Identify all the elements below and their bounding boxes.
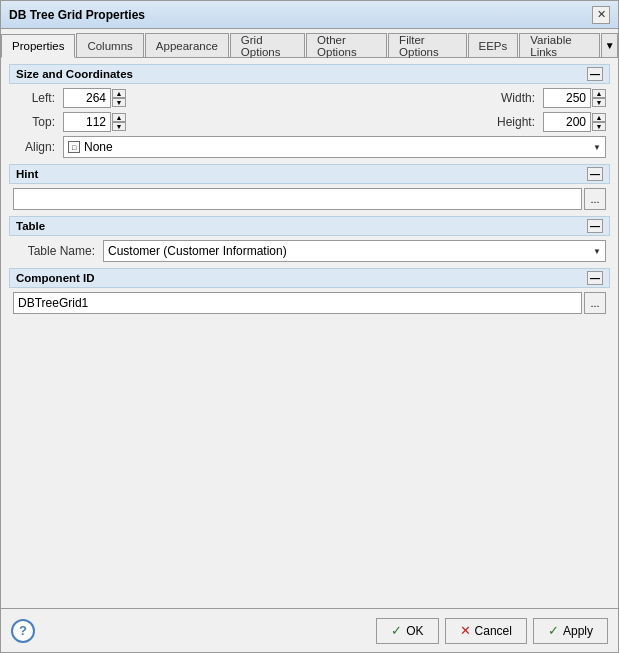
table-header: Table — [9,216,610,236]
hint-ellipsis-button[interactable]: ... [584,188,606,210]
tab-grid-options[interactable]: Grid Options [230,33,305,57]
left-spinner: ▲ ▼ [112,89,126,107]
left-input[interactable] [63,88,111,108]
component-id-input[interactable] [13,292,582,314]
table-collapse-button[interactable]: — [587,219,603,233]
top-spinner-up[interactable]: ▲ [112,113,126,122]
ok-button[interactable]: ✓ OK [376,618,438,644]
tab-columns[interactable]: Columns [76,33,143,57]
table-name-dropdown[interactable]: Customer (Customer Information) ▼ [103,240,606,262]
align-row: Align: □ None ▼ [9,136,610,158]
height-spinner: ▲ ▼ [592,113,606,131]
dialog-title: DB Tree Grid Properties [9,8,145,22]
component-id-ellipsis-button[interactable]: ... [584,292,606,314]
help-button[interactable]: ? [11,619,35,643]
collapse-icon: — [590,169,600,180]
apply-button[interactable]: ✓ Apply [533,618,608,644]
top-label: Top: [13,115,63,129]
size-coordinates-label: Size and Coordinates [16,68,133,80]
hint-collapse-button[interactable]: — [587,167,603,181]
top-field: ▲ ▼ [63,112,126,132]
tab-eeps[interactable]: EEPs [468,33,519,57]
help-icon: ? [19,623,27,638]
left-label: Left: [13,91,63,105]
width-spinner-down[interactable]: ▼ [592,98,606,107]
collapse-icon: — [590,273,600,284]
width-input[interactable] [543,88,591,108]
ok-label: OK [406,624,423,638]
table-name-row: Table Name: Customer (Customer Informati… [9,240,610,262]
hint-section: Hint — ... [9,164,610,210]
collapse-icon: — [590,221,600,232]
component-id-row: ... [9,292,610,314]
align-label: Align: [13,140,63,154]
size-coordinates-section: Size and Coordinates — Left: ▲ ▼ Width: [9,64,610,158]
align-dropdown-arrow: ▼ [593,143,601,152]
hint-label: Hint [16,168,38,180]
apply-check-icon: ✓ [548,623,559,638]
align-none-icon: □ [68,141,80,153]
tab-bar: Properties Columns Appearance Grid Optio… [1,29,618,58]
table-section: Table — Table Name: Customer (Customer I… [9,216,610,262]
table-dropdown-arrow: ▼ [593,247,601,256]
component-id-label: Component ID [16,272,95,284]
left-width-row: Left: ▲ ▼ Width: ▲ ▼ [9,88,610,108]
top-input[interactable] [63,112,111,132]
left-field: ▲ ▼ [63,88,126,108]
component-id-header: Component ID — [9,268,610,288]
table-name-value: Customer (Customer Information) [108,244,287,258]
width-spinner-up[interactable]: ▲ [592,89,606,98]
tab-appearance[interactable]: Appearance [145,33,229,57]
height-input[interactable] [543,112,591,132]
cancel-x-icon: ✕ [460,623,471,638]
width-spinner: ▲ ▼ [592,89,606,107]
align-value: None [84,140,113,154]
align-dropdown[interactable]: □ None ▼ [63,136,606,158]
size-coordinates-collapse-button[interactable]: — [587,67,603,81]
align-select-inner: □ None [68,140,113,154]
height-spinner-down[interactable]: ▼ [592,122,606,131]
top-spinner: ▲ ▼ [112,113,126,131]
footer-buttons: ✓ OK ✕ Cancel ✓ Apply [376,618,608,644]
hint-row: ... [13,188,606,210]
top-height-row: Top: ▲ ▼ Height: ▲ ▼ [9,112,610,132]
cancel-label: Cancel [475,624,512,638]
ellipsis-icon: ... [590,297,599,309]
properties-content: Size and Coordinates — Left: ▲ ▼ Width: [1,58,618,608]
left-spinner-down[interactable]: ▼ [112,98,126,107]
ok-check-icon: ✓ [391,623,402,638]
tab-filter-options[interactable]: Filter Options [388,33,466,57]
ellipsis-icon: ... [590,193,599,205]
hint-input[interactable] [13,188,582,210]
left-spinner-up[interactable]: ▲ [112,89,126,98]
top-spinner-down[interactable]: ▼ [112,122,126,131]
table-name-label: Table Name: [13,244,103,258]
tab-overflow-button[interactable]: ▼ [601,33,618,57]
tab-variable-links[interactable]: Variable Links [519,33,600,57]
close-button[interactable]: ✕ [592,6,610,24]
chevron-down-icon: ▼ [605,40,615,51]
apply-label: Apply [563,624,593,638]
component-id-section: Component ID — ... [9,268,610,314]
close-icon: ✕ [597,8,606,21]
footer: ? ✓ OK ✕ Cancel ✓ Apply [1,608,618,652]
hint-header: Hint — [9,164,610,184]
size-coordinates-header: Size and Coordinates — [9,64,610,84]
height-label: Height: [483,115,543,129]
tab-other-options[interactable]: Other Options [306,33,387,57]
hint-area: ... [9,188,610,210]
table-label: Table [16,220,45,232]
height-spinner-up[interactable]: ▲ [592,113,606,122]
dialog-window: DB Tree Grid Properties ✕ Properties Col… [0,0,619,653]
component-id-collapse-button[interactable]: — [587,271,603,285]
height-field: ▲ ▼ [543,112,606,132]
title-bar: DB Tree Grid Properties ✕ [1,1,618,29]
width-field: ▲ ▼ [543,88,606,108]
tab-properties[interactable]: Properties [1,34,75,58]
width-label: Width: [483,91,543,105]
cancel-button[interactable]: ✕ Cancel [445,618,527,644]
collapse-icon: — [590,69,600,80]
